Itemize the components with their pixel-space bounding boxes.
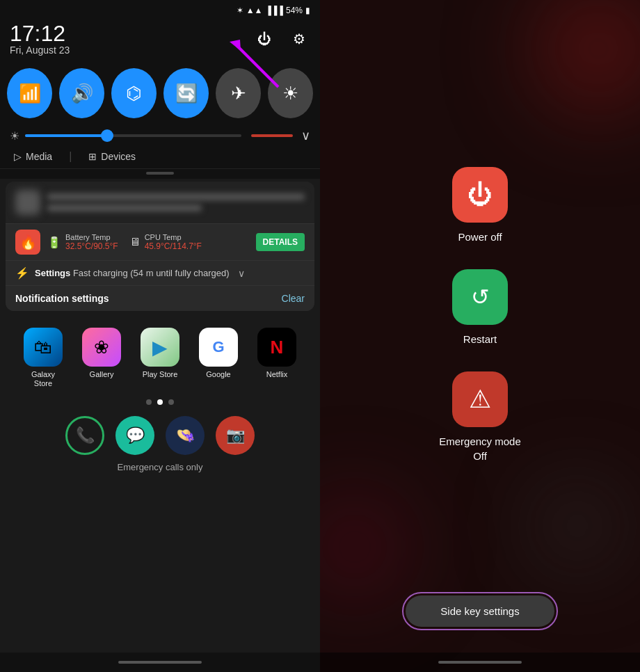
notif-settings-label[interactable]: Notification settings (15, 293, 109, 304)
gallery-icon: ❀ (82, 328, 121, 367)
clear-button[interactable]: Clear (282, 293, 305, 304)
app-play-store[interactable]: ▶ Play Store (135, 328, 185, 388)
blurred-line-1b (47, 205, 202, 211)
qs-header-icons: ⏻ ⚙ (253, 28, 310, 50)
battery-temp-value: 32.5°C/90.5°F (65, 241, 118, 251)
drag-handle (0, 169, 320, 179)
brightness-slider[interactable] (25, 134, 241, 137)
app-netflix[interactable]: N Netflix (252, 328, 302, 388)
blurred-notification-1 (6, 182, 314, 224)
settings-link[interactable]: Settings (35, 268, 70, 278)
app-gallery[interactable]: ❀ Gallery (77, 328, 127, 388)
flame-icon: 🔥 (15, 230, 40, 255)
battery-temp-label: Battery Temp (65, 233, 118, 241)
power-off-button[interactable]: ⏻ (452, 167, 508, 223)
page-dots (0, 395, 320, 409)
cpu-temp-value: 45.9°C/114.7°F (145, 241, 202, 251)
tile-bluetooth[interactable]: ⌬ (111, 68, 157, 118)
play-store-label: Play Store (143, 370, 178, 379)
tile-wifi[interactable]: 📶 (7, 68, 52, 118)
settings-icon[interactable]: ⚙ (288, 28, 310, 50)
bg-blob-2 (320, 491, 410, 602)
home-screen: 🛍 GalaxyStore ❀ Gallery ▶ Play Store G G… (0, 314, 320, 653)
charging-chevron-icon: ∨ (238, 268, 245, 279)
wifi-icon: ▲▲ (246, 6, 263, 15)
google-icon: G (199, 328, 238, 367)
tile-flashlight[interactable]: ☀ (268, 68, 313, 118)
battery-temp-item: 🔋 Battery Temp 32.5°C/90.5°F (47, 233, 118, 251)
cpu-temp-label: CPU Temp (145, 233, 202, 241)
netflix-label: Netflix (266, 370, 288, 379)
side-key-container: Side key settings (402, 592, 557, 630)
cpu-temp-item: 🖥 CPU Temp 45.9°C/114.7°F (129, 233, 202, 251)
charging-row: ⚡ Settings Fast charging (54 m until ful… (6, 261, 314, 286)
bg-blob-1 (529, 0, 640, 118)
dot-3 (168, 399, 174, 405)
emergency-mode-label: Emergency modeOff (439, 434, 521, 463)
dot-2 (157, 399, 163, 405)
hat-icon[interactable]: 👒 (166, 416, 205, 455)
lightning-icon: ⚡ (15, 266, 29, 280)
blurred-line-1a (47, 193, 305, 200)
blurred-icon-1 (15, 190, 40, 215)
battery-text: 54% (286, 6, 303, 15)
camera-icon[interactable]: 📷 (216, 416, 255, 455)
app-google[interactable]: G Google (193, 328, 243, 388)
battery-info: 🔋 Battery Temp 32.5°C/90.5°F 🖥 CPU Temp … (47, 233, 249, 251)
left-panel: ✶ ▲▲ ▐▐▐ 54% ▮ 17:12 Fri, August 23 ⏻ ⚙ … (0, 0, 320, 672)
power-off-item: ⏻ Power off (452, 167, 508, 244)
signal-icon: ▐▐▐ (265, 6, 283, 15)
side-key-button[interactable]: Side key settings (406, 595, 554, 627)
slider-extra (251, 134, 293, 137)
tile-sync[interactable]: 🔄 (163, 68, 209, 118)
devices-label: Devices (101, 151, 136, 162)
brightness-row: ☀ ∨ (0, 124, 320, 147)
phone-icon[interactable]: 📞 (65, 416, 104, 455)
blurred-lines-1 (47, 193, 305, 211)
restart-button[interactable]: ↺ (452, 269, 508, 325)
battery-icon: ▮ (305, 6, 310, 15)
netflix-icon: N (257, 328, 296, 367)
side-key-border: Side key settings (402, 592, 557, 630)
nav-line (118, 661, 202, 664)
details-button[interactable]: DETAILS (256, 233, 305, 251)
devices-button[interactable]: ⊞ Devices (88, 151, 136, 162)
power-icon[interactable]: ⏻ (253, 28, 275, 50)
chevron-down-icon[interactable]: ∨ (301, 128, 310, 143)
devices-icon: ⊞ (88, 151, 97, 162)
date-display: Fri, August 23 (10, 45, 70, 56)
tile-sound[interactable]: 🔊 (59, 68, 104, 118)
time-display: 17:12 (10, 22, 70, 45)
power-menu: ⏻ Power off ↺ Restart ⚠ Emergency modeOf… (439, 0, 521, 672)
emergency-text: Emergency calls only (0, 462, 320, 478)
messages-icon[interactable]: 💬 (115, 416, 154, 455)
datetime: 17:12 Fri, August 23 (10, 22, 70, 56)
media-icon: ▷ (14, 151, 22, 162)
restart-item: ↺ Restart (452, 269, 508, 346)
app-galaxy-store[interactable]: 🛍 GalaxyStore (18, 328, 68, 388)
quick-tiles: 📶 🔊 ⌬ 🔄 ✈ ☀ (0, 63, 320, 124)
left-nav-bar (0, 653, 320, 672)
media-label: Media (26, 151, 52, 162)
cpu-icon: 🖥 (129, 236, 141, 248)
slider-thumb (101, 129, 113, 142)
app-grid: 🛍 GalaxyStore ❀ Gallery ▶ Play Store G G… (0, 314, 320, 395)
media-button[interactable]: ▷ Media (14, 151, 52, 162)
right-panel: ⏻ Power off ↺ Restart ⚠ Emergency modeOf… (320, 0, 640, 672)
galaxy-store-icon: 🛍 (24, 328, 63, 367)
restart-label: Restart (463, 332, 497, 346)
battery-icon-item: 🔋 (47, 236, 61, 249)
qs-header: 17:12 Fri, August 23 ⏻ ⚙ (0, 18, 320, 63)
drag-bar (146, 172, 174, 175)
tile-airplane[interactable]: ✈ (216, 68, 261, 118)
emergency-mode-button[interactable]: ⚠ (452, 371, 508, 427)
bluetooth-icon: ✶ (237, 6, 243, 15)
bg-blob-3 (536, 484, 619, 568)
emergency-mode-item: ⚠ Emergency modeOff (439, 371, 521, 463)
battery-notification: 🔥 🔋 Battery Temp 32.5°C/90.5°F 🖥 CPU Tem… (6, 224, 314, 261)
notifications-area: 🔥 🔋 Battery Temp 32.5°C/90.5°F 🖥 CPU Tem… (6, 182, 314, 311)
charging-text: Settings Fast charging (54 m until fully… (35, 268, 230, 278)
divider: | (69, 150, 72, 163)
gallery-label: Gallery (90, 370, 114, 379)
play-store-icon: ▶ (141, 328, 179, 367)
